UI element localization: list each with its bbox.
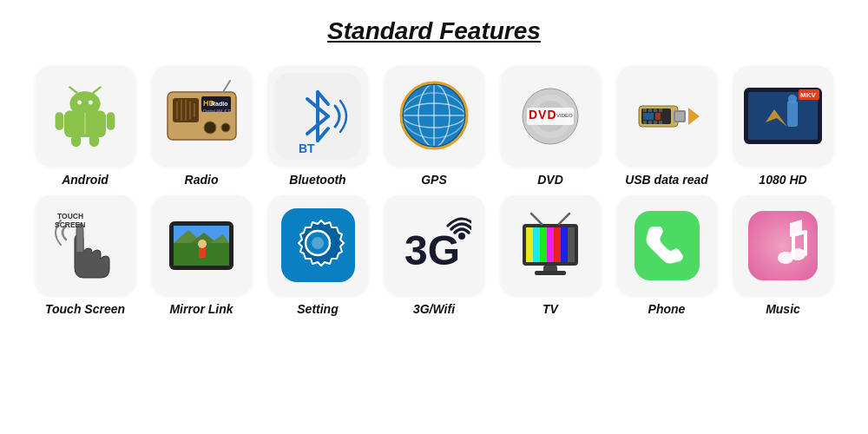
gps-icon bbox=[398, 79, 471, 153]
svg-rect-59 bbox=[659, 108, 662, 112]
svg-point-86 bbox=[198, 240, 207, 248]
svg-rect-58 bbox=[654, 108, 657, 112]
svg-text:TOUCH: TOUCH bbox=[57, 212, 83, 220]
bluetooth-label: Bluetooth bbox=[289, 173, 345, 187]
phone-icon bbox=[635, 211, 700, 280]
svg-rect-100 bbox=[568, 227, 575, 262]
svg-point-91 bbox=[458, 233, 465, 240]
usb-label: USB data read bbox=[625, 173, 708, 187]
android-label: Android bbox=[62, 173, 108, 187]
hd-icon-box: MKV bbox=[733, 66, 833, 166]
setting-label: Setting bbox=[297, 302, 338, 316]
svg-rect-60 bbox=[643, 121, 647, 124]
svg-text:DVD: DVD bbox=[529, 108, 557, 122]
svg-point-23 bbox=[204, 122, 216, 134]
usb-icon bbox=[626, 82, 708, 151]
svg-line-101 bbox=[531, 214, 542, 224]
wifi-label: 3G/Wifi bbox=[413, 302, 455, 316]
wifi-icon-box: 3G bbox=[385, 195, 484, 295]
dvd-icon-box: DVD VIDEO bbox=[501, 66, 601, 166]
usb-icon-box bbox=[617, 66, 717, 166]
svg-point-3 bbox=[89, 100, 93, 104]
svg-point-2 bbox=[77, 100, 82, 104]
svg-point-110 bbox=[790, 248, 806, 260]
svg-line-25 bbox=[223, 81, 230, 92]
feature-row-1: Android HD Radio Digital AM & FM bbox=[33, 66, 835, 187]
svg-marker-66 bbox=[688, 108, 700, 125]
feature-setting: Setting bbox=[266, 195, 370, 316]
feature-gps: GPS bbox=[382, 66, 486, 187]
radio-icon-box: HD Radio Digital AM & FM bbox=[152, 66, 252, 166]
tv-icon bbox=[516, 208, 585, 282]
bluetooth-icon: BT bbox=[274, 73, 361, 160]
svg-rect-104 bbox=[535, 271, 566, 275]
android-icon bbox=[50, 82, 120, 151]
hd-icon: MKV bbox=[740, 79, 826, 153]
setting-icon-box bbox=[268, 195, 368, 295]
gps-label: GPS bbox=[421, 173, 447, 187]
svg-rect-54 bbox=[675, 112, 684, 121]
dvd-label: DVD bbox=[537, 173, 563, 187]
hd-label: 1080 HD bbox=[759, 173, 806, 187]
svg-rect-65 bbox=[655, 113, 661, 120]
svg-rect-70 bbox=[787, 101, 798, 127]
feature-wifi: 3G 3G/Wifi bbox=[382, 195, 486, 316]
feature-touchscreen: TOUCH SCREEN Touch Screen bbox=[33, 195, 137, 316]
mirrorlink-label: Mirror Link bbox=[169, 302, 233, 316]
svg-rect-62 bbox=[654, 121, 657, 124]
touchscreen-icon-box: TOUCH SCREEN bbox=[36, 195, 135, 295]
gps-icon-box bbox=[385, 66, 484, 166]
tv-label: TV bbox=[542, 302, 558, 316]
feature-hd: MKV 1080 HD bbox=[731, 66, 835, 187]
music-label: Music bbox=[766, 302, 800, 316]
feature-bluetooth: BT Bluetooth bbox=[266, 66, 370, 187]
svg-rect-57 bbox=[648, 108, 652, 112]
phone-label: Phone bbox=[648, 302, 686, 316]
svg-rect-9 bbox=[89, 134, 99, 146]
feature-tv: TV bbox=[498, 195, 602, 316]
svg-rect-99 bbox=[561, 227, 568, 262]
music-icon bbox=[748, 211, 818, 280]
svg-line-102 bbox=[559, 214, 569, 224]
bluetooth-icon-box: BT bbox=[268, 66, 368, 166]
svg-point-89 bbox=[312, 237, 324, 249]
svg-rect-94 bbox=[526, 227, 533, 262]
svg-text:VIDEO: VIDEO bbox=[556, 113, 573, 118]
svg-rect-97 bbox=[547, 227, 554, 262]
feature-row-2: TOUCH SCREEN Touch Screen bbox=[33, 195, 835, 316]
feature-radio: HD Radio Digital AM & FM Radio bbox=[149, 66, 253, 187]
setting-icon bbox=[281, 208, 355, 282]
svg-line-5 bbox=[94, 87, 101, 92]
feature-usb: USB data read bbox=[615, 66, 719, 187]
tv-icon-box bbox=[501, 195, 601, 295]
svg-point-24 bbox=[221, 123, 230, 132]
svg-rect-96 bbox=[540, 227, 547, 262]
android-icon-box bbox=[36, 66, 135, 166]
phone-icon-box bbox=[617, 195, 717, 295]
svg-rect-56 bbox=[643, 108, 647, 112]
touchscreen-label: Touch Screen bbox=[45, 302, 125, 316]
mirrorlink-icon bbox=[162, 211, 240, 280]
svg-rect-105 bbox=[635, 211, 700, 280]
svg-point-71 bbox=[788, 95, 797, 103]
page-title: Standard Features bbox=[327, 17, 541, 45]
3g-wifi-icon: 3G bbox=[398, 208, 471, 282]
svg-line-4 bbox=[69, 87, 76, 92]
svg-rect-61 bbox=[648, 121, 652, 124]
svg-rect-8 bbox=[71, 134, 81, 146]
feature-dvd: DVD VIDEO DVD bbox=[498, 66, 602, 187]
music-icon-box bbox=[733, 195, 833, 295]
svg-rect-6 bbox=[56, 112, 64, 130]
touchscreen-icon: TOUCH SCREEN bbox=[50, 207, 120, 285]
feature-music: Music bbox=[731, 195, 835, 316]
feature-phone: Phone bbox=[615, 195, 719, 316]
svg-text:Radio: Radio bbox=[211, 101, 227, 107]
svg-text:3G: 3G bbox=[404, 227, 460, 273]
mirrorlink-icon-box bbox=[152, 195, 252, 295]
svg-rect-64 bbox=[643, 113, 654, 120]
feature-android: Android bbox=[33, 66, 137, 187]
radio-icon: HD Radio Digital AM & FM bbox=[161, 79, 243, 153]
svg-point-1 bbox=[69, 91, 100, 116]
radio-label: Radio bbox=[185, 173, 219, 187]
svg-rect-98 bbox=[554, 227, 561, 262]
